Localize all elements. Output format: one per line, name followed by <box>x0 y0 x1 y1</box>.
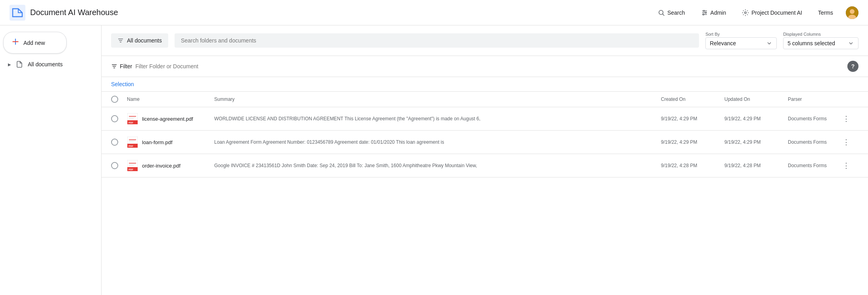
columns-value: 5 columns selected <box>787 40 835 46</box>
app-logo-icon <box>10 5 25 21</box>
row-parser-2: Documents Forms <box>788 163 839 168</box>
document-search-input[interactable] <box>175 33 699 48</box>
header-updated-on: Updated On <box>724 96 788 103</box>
row-name-2[interactable]: PDF order-invoice.pdf <box>127 160 214 171</box>
admin-icon <box>701 9 708 16</box>
expand-arrow-icon: ▶ <box>8 62 11 67</box>
row-name-0[interactable]: PDF license-agreement.pdf <box>127 113 214 124</box>
search-nav-label: Search <box>667 10 685 16</box>
sort-by-group: Sort By Relevance <box>705 32 777 49</box>
search-nav-item[interactable]: Search <box>655 6 688 19</box>
header-created-on: Created On <box>661 96 724 103</box>
row-more-2: ⋮ <box>839 160 858 172</box>
selection-link[interactable]: Selection <box>111 81 134 87</box>
row-updated-0: 9/19/22, 4:29 PM <box>724 116 788 121</box>
svg-text:PDF: PDF <box>129 168 133 171</box>
row-updated-2: 9/19/22, 4:28 PM <box>724 163 788 168</box>
app-title: Document AI Warehouse <box>30 8 118 17</box>
chevron-down-icon <box>766 40 772 46</box>
table-header: Name Summary Created On Updated On Parse… <box>102 92 868 107</box>
row-summary-1: Loan Agreement Form Agreement Number: 01… <box>214 139 661 146</box>
project-nav-label: Project Document AI <box>751 10 802 16</box>
document-icon <box>16 61 23 68</box>
avatar-icon <box>846 6 858 19</box>
displayed-columns-label: Displayed Columns <box>783 32 858 37</box>
svg-point-6 <box>703 10 705 12</box>
table-body: PDF license-agreement.pdf WORLDWIDE LICE… <box>102 107 868 177</box>
main-content: All documents Sort By Relevance Displaye… <box>102 25 868 295</box>
all-documents-filter-button[interactable]: All documents <box>111 33 168 48</box>
table-row: PDF license-agreement.pdf WORLDWIDE LICE… <box>102 107 868 131</box>
terms-nav-item[interactable]: Terms <box>815 6 836 19</box>
plus-svg <box>12 38 19 46</box>
filter-bar: Filter ? <box>102 56 868 77</box>
row-name-1[interactable]: PDF loan-form.pdf <box>127 137 214 148</box>
sort-by-select[interactable]: Relevance <box>705 37 777 49</box>
add-new-label: Add new <box>23 40 45 46</box>
top-navigation: Document AI Warehouse Search Admin Proje… <box>0 0 868 25</box>
header-parser: Parser <box>788 96 839 103</box>
row-more-1: ⋮ <box>839 136 858 148</box>
filter-icon <box>111 63 117 69</box>
svg-point-9 <box>745 12 747 13</box>
search-icon <box>658 9 665 16</box>
admin-nav-item[interactable]: Admin <box>698 6 730 19</box>
doc-filename-0: license-agreement.pdf <box>142 116 193 122</box>
pdf-icon-1: PDF <box>127 137 138 148</box>
row-parser-0: Documents Forms <box>788 116 839 121</box>
sidebar: Add new ▶ All documents <box>0 25 102 295</box>
doc-filename-2: order-invoice.pdf <box>142 163 181 169</box>
pdf-icon-0: PDF <box>127 113 138 124</box>
row-select-checkbox-1[interactable] <box>111 139 118 146</box>
svg-point-11 <box>850 9 855 14</box>
main-layout: Add new ▶ All documents All documents <box>0 25 868 295</box>
row-summary-2: Google INVOICE # 23413561D John Smith Da… <box>214 162 661 169</box>
row-more-button-0[interactable]: ⋮ <box>839 113 853 125</box>
row-more-0: ⋮ <box>839 113 858 125</box>
row-select-checkbox-0[interactable] <box>111 115 118 122</box>
user-avatar[interactable] <box>846 6 858 19</box>
row-created-2: 9/19/22, 4:28 PM <box>661 163 724 168</box>
row-more-button-1[interactable]: ⋮ <box>839 136 853 148</box>
filter-input[interactable] <box>135 63 844 69</box>
plus-icon <box>12 38 19 48</box>
project-nav-item[interactable]: Project Document AI <box>739 6 805 19</box>
settings-icon <box>742 9 749 16</box>
select-all-checkbox[interactable] <box>111 96 118 103</box>
displayed-columns-group: Displayed Columns 5 columns selected <box>783 32 858 49</box>
filter-button[interactable]: Filter <box>111 63 132 69</box>
row-parser-1: Documents Forms <box>788 139 839 145</box>
pdf-icon-2: PDF <box>127 160 138 171</box>
header-summary: Summary <box>214 96 661 103</box>
chevron-down-icon <box>848 40 854 46</box>
svg-rect-0 <box>10 5 25 21</box>
sidebar-item-all-documents[interactable]: ▶ All documents <box>3 57 98 72</box>
row-more-button-2[interactable]: ⋮ <box>839 160 853 172</box>
row-updated-1: 9/19/22, 4:29 PM <box>724 139 788 145</box>
filter-label: Filter <box>120 63 132 69</box>
row-select-checkbox-2[interactable] <box>111 162 118 169</box>
top-actions: Search Admin Project Document AI Terms <box>655 6 858 19</box>
sort-by-label: Sort By <box>705 32 777 37</box>
header-checkbox <box>111 96 127 103</box>
table-row: PDF order-invoice.pdf Google INVOICE # 2… <box>102 154 868 177</box>
svg-text:PDF: PDF <box>129 145 133 147</box>
svg-point-7 <box>705 12 706 13</box>
header-actions <box>839 96 858 103</box>
displayed-columns-select[interactable]: 5 columns selected <box>783 37 858 49</box>
toolbar: All documents Sort By Relevance Displaye… <box>102 25 868 56</box>
row-checkbox-1 <box>111 139 127 146</box>
header-name: Name <box>127 96 214 103</box>
row-created-0: 9/19/22, 4:29 PM <box>661 116 724 121</box>
documents-table: Name Summary Created On Updated On Parse… <box>102 92 868 177</box>
svg-line-2 <box>663 14 664 15</box>
table-row: PDF loan-form.pdf Loan Agreement Form Ag… <box>102 131 868 154</box>
add-new-button[interactable]: Add new <box>3 32 67 54</box>
admin-nav-label: Admin <box>711 10 726 16</box>
svg-text:PDF: PDF <box>129 121 133 124</box>
help-icon[interactable]: ? <box>847 61 858 72</box>
row-summary-0: WORLDWIDE LICENSE AND DISTRIBUTION AGREE… <box>214 116 661 122</box>
filter-list-icon <box>117 37 124 44</box>
svg-point-8 <box>703 14 704 15</box>
doc-filename-1: loan-form.pdf <box>142 139 173 145</box>
